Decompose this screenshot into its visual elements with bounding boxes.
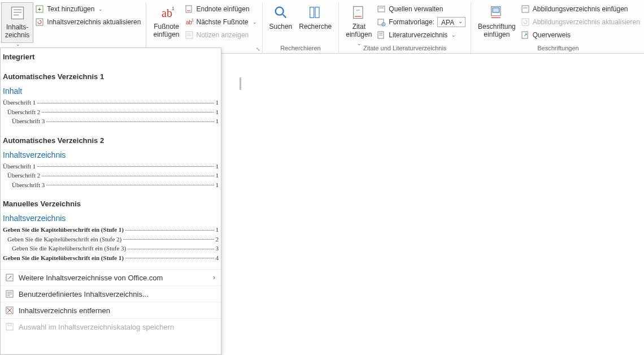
toc-preview-manual[interactable]: Inhaltsverzeichnis Geben Sie die Kapitel… (1, 211, 221, 265)
next-footnote-label: Nächste Fußnote (197, 18, 249, 26)
svg-rect-25 (378, 19, 384, 25)
custom-toc[interactable]: Benutzerdefiniertes Inhaltsverzeichnis..… (1, 285, 221, 302)
svg-text:+: + (38, 6, 41, 12)
toc-preview-auto1[interactable]: Inhalt Überschrift 11 Überschrift 21 Übe… (1, 84, 221, 128)
svg-rect-18 (310, 7, 314, 18)
text-cursor (240, 77, 241, 90)
group-research-label: Recherchieren (266, 44, 336, 53)
chevron-down-icon: ⌄ (451, 32, 456, 38)
document-area[interactable] (221, 54, 644, 355)
svg-rect-9 (186, 6, 192, 12)
update-toc-label: Inhaltsverzeichnis aktualisieren (47, 18, 141, 26)
insert-fig-index-button[interactable]: Abbildungsverzeichnis einfügen (519, 3, 642, 15)
office-icon (5, 273, 14, 282)
show-notes-icon (185, 31, 194, 40)
toc-line-page: 1 (216, 98, 219, 107)
svg-rect-13 (186, 32, 193, 38)
group-footnotes: ab1 Fußnote einfügen Endnote einfügen ab… (146, 2, 262, 53)
svg-rect-6 (36, 19, 43, 25)
search-icon (273, 5, 289, 20)
remove-toc-label: Inhaltsverzeichnis entfernen (19, 306, 110, 315)
ribbon: Inhalts- zeichnis ⌄ + Text hinzufügen ⌄ … (0, 0, 644, 54)
toc-line-page: 1 (216, 225, 219, 235)
footnote-icon: ab1 (158, 5, 174, 20)
search-button[interactable]: Suchen (266, 2, 296, 43)
books-icon (307, 5, 323, 20)
toc-label-1: Inhalts- (6, 23, 28, 31)
add-text-icon: + (35, 5, 44, 14)
toc-line-page: 3 (216, 244, 219, 253)
bibliography-button[interactable]: Literaturverzeichnis ⌄ (375, 29, 467, 41)
svg-rect-23 (378, 6, 385, 12)
toc-style-auto2[interactable]: Automatisches Verzeichnis 2 (1, 128, 221, 148)
caption-label-2: einfügen (484, 31, 510, 38)
toc-line-page: 1 (216, 180, 219, 190)
insert-endnote-button[interactable]: Endnote einfügen (183, 3, 259, 15)
remove-toc[interactable]: Inhaltsverzeichnis entfernen (1, 302, 221, 318)
save-icon (5, 322, 14, 331)
save-selection-toc[interactable]: Auswahl im Inhaltsverzeichniskatalog spe… (1, 318, 221, 335)
add-text-label: Text hinzufügen (47, 5, 94, 13)
toc-line-page: 4 (216, 253, 219, 263)
custom-toc-icon (5, 289, 14, 298)
insert-footnote-button[interactable]: ab1 Fußnote einfügen (150, 2, 182, 43)
bibliography-label: Literaturverzeichnis (389, 31, 447, 39)
crossref-icon (521, 31, 530, 40)
toc-line-text: Überschrift 2 (7, 171, 40, 180)
group-citations: “” Zitat einfügen ⌄ Quellen verwalten Fo… (339, 2, 471, 53)
svg-text:1: 1 (172, 6, 174, 11)
toc-dropdown: Integriert Automatisches Verzeichnis 1 I… (0, 47, 221, 355)
add-text-button[interactable]: + Text hinzufügen ⌄ (33, 3, 142, 15)
show-notes-label: Notizen anzeigen (197, 31, 249, 39)
toc-line-text: Geben Sie die Kapitelüberschrift ein (St… (12, 244, 126, 253)
style-icon (377, 18, 386, 27)
toc-line-page: 1 (216, 171, 219, 180)
citation-style-select[interactable]: APA (437, 17, 465, 27)
next-footnote-icon: ab1 (185, 18, 194, 27)
chevron-right-icon: › (213, 274, 215, 282)
chevron-down-icon: ⌄ (253, 19, 257, 25)
toc-button[interactable]: Inhalts- zeichnis ⌄ (1, 2, 33, 43)
svg-point-16 (276, 7, 284, 15)
svg-rect-35 (522, 19, 529, 25)
crossref-label: Querverweis (533, 31, 571, 39)
svg-rect-46 (8, 323, 11, 326)
svg-text:“”: “” (356, 8, 360, 14)
update-fig-index-label: Abbildungsverzeichnis aktualisieren (533, 18, 640, 26)
toc-line-page: 1 (216, 116, 219, 126)
insert-caption-button[interactable]: Beschriftung einfügen (475, 2, 519, 43)
group-captions-label: Beschriftungen (475, 44, 642, 53)
fig-index-icon (521, 5, 530, 14)
caption-label-1: Beschriftung (478, 23, 516, 31)
caption-icon (489, 5, 504, 20)
svg-line-17 (282, 15, 286, 18)
manage-sources-button[interactable]: Quellen verwalten (375, 3, 467, 15)
citation-style-row: Formatvorlage: APA (375, 16, 467, 28)
insert-citation-button[interactable]: “” Zitat einfügen ⌄ (342, 2, 375, 43)
update-toc-button[interactable]: Inhaltsverzeichnis aktualisieren (33, 16, 142, 28)
research-button[interactable]: Recherche (295, 2, 335, 43)
citation-icon: “” (351, 5, 367, 20)
show-notes-button[interactable]: Notizen anzeigen (183, 29, 259, 41)
footnotes-dialog-launcher[interactable]: ⤡ (256, 46, 260, 52)
toc-preview-auto2[interactable]: Inhaltsverzeichnis Überschrift 11 Übersc… (1, 148, 221, 192)
more-toc-office[interactable]: Weitere Inhaltsverzeichnisse von Office.… (1, 269, 221, 285)
toc-line-text: Überschrift 3 (12, 116, 45, 126)
save-selection-toc-label: Auswahl im Inhaltsverzeichniskatalog spe… (19, 323, 174, 331)
footnote-label-1: Fußnote (154, 23, 179, 31)
toc-line-text: Geben Sie die Kapitelüberschrift ein (St… (3, 225, 124, 235)
toc-line-text: Überschrift 3 (12, 180, 45, 190)
update-fig-index-button[interactable]: Abbildungsverzeichnis aktualisieren (519, 16, 642, 28)
bibliography-icon (377, 31, 386, 40)
manage-sources-label: Quellen verwalten (389, 5, 443, 13)
next-footnote-button[interactable]: ab1 Nächste Fußnote ⌄ (183, 16, 259, 28)
insert-endnote-label: Endnote einfügen (197, 5, 250, 13)
svg-text:ab: ab (162, 7, 172, 19)
toc-style-auto1[interactable]: Automatisches Verzeichnis 1 (1, 64, 221, 84)
toc-style-manual[interactable]: Manuelles Verzeichnis (1, 192, 221, 211)
toc-line-page: 2 (216, 235, 219, 244)
svg-rect-0 (11, 7, 23, 19)
crossref-button[interactable]: Querverweis (519, 29, 642, 41)
group-citations-label: Zitate und Literaturverzeichnis (342, 44, 467, 53)
style-label: Formatvorlage: (389, 18, 434, 26)
